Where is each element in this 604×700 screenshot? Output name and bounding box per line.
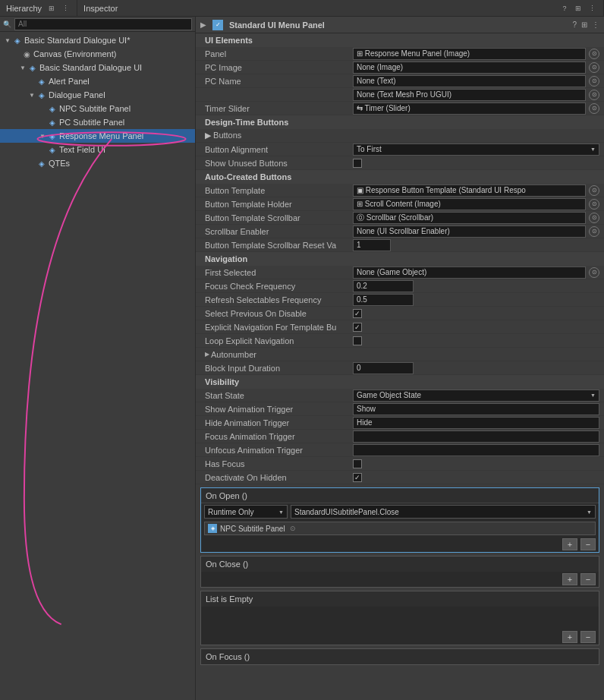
prop-deactivate-hidden: Deactivate On Hidden ✓: [196, 471, 604, 484]
prop-st-field[interactable]: Show: [353, 403, 599, 415]
prop-bi-number[interactable]: 0: [353, 362, 414, 374]
prop-ss-dropdown[interactable]: Game Object State ▼: [353, 389, 599, 402]
on-close-add-button[interactable]: +: [562, 573, 577, 585]
tree-item-npc[interactable]: ◈ NPC Subtitle Panel: [0, 102, 195, 115]
prop-pc-name-label: PC Name: [205, 77, 353, 86]
on-open-runtime-text: Runtime Only: [208, 508, 254, 516]
tree-item-pc[interactable]: ◈ PC Subtitle Panel: [0, 115, 195, 129]
loop-nav-checkbox[interactable]: [353, 336, 362, 345]
tree-item-response-menu[interactable]: ▼ ◈ Response Menu Panel: [0, 129, 195, 143]
on-open-label: On Open (): [206, 491, 247, 500]
obj-target-icon[interactable]: ⊙: [290, 525, 296, 532]
tree-item-canvas[interactable]: ◉ Canvas (Environment): [0, 47, 195, 61]
on-open-add-row: + −: [201, 537, 599, 552]
prop-pc-name2-field[interactable]: None (Text Mesh Pro UGUI): [353, 89, 586, 101]
list-empty-add-button[interactable]: +: [562, 631, 577, 643]
help-icon[interactable]: ?: [572, 20, 577, 29]
tree-item-dialogue[interactable]: ▼ ◈ Dialogue Panel: [0, 88, 195, 102]
tree-icon-pc: ◈: [47, 117, 58, 128]
prop-show-unused-value: [353, 159, 599, 168]
inspector-tab[interactable]: Inspector ? ⊞ ⋮: [77, 0, 604, 16]
deactivate-hidden-checkbox[interactable]: ✓: [353, 473, 362, 482]
component-header: ▶ ✓ Standard UI Menu Panel ? ⊞ ⋮: [196, 17, 604, 33]
prop-ft-field[interactable]: [353, 430, 599, 443]
settings-icon[interactable]: ⊞: [581, 20, 587, 29]
on-open-add-button[interactable]: +: [562, 538, 577, 550]
has-focus-checkbox[interactable]: [353, 459, 362, 468]
prop-bt-circle[interactable]: ⊙: [589, 185, 599, 196]
select-prev-checkbox[interactable]: ✓: [353, 309, 362, 318]
tree-item-root[interactable]: ▼ ◈ Basic Standard Dialogue UI*: [0, 33, 195, 47]
on-open-remove-button[interactable]: −: [580, 538, 596, 550]
prop-ht-field[interactable]: Hide: [353, 417, 599, 429]
prop-an-label: Autonumber: [211, 350, 256, 359]
tree-label-response: Response Menu Panel: [59, 131, 143, 140]
tree-item-alert[interactable]: ◈ Alert Panel: [0, 74, 195, 88]
list-empty-add-row: + −: [201, 629, 599, 645]
prop-uft-field[interactable]: [353, 444, 599, 456]
prop-autonumber[interactable]: ▶ Autonumber: [196, 348, 604, 361]
inspector-lock-icon[interactable]: ?: [559, 3, 570, 14]
tree-icon-dialogue: ◈: [36, 90, 47, 100]
on-open-object-text: NPC Subtitle Panel: [220, 525, 285, 533]
inspector-layer-icon[interactable]: ⊞: [573, 3, 584, 14]
inspector-title: Inspector: [83, 4, 118, 13]
prop-pc-image-circle[interactable]: ⊙: [589, 62, 599, 73]
prop-ff-value: 0.2: [353, 280, 599, 292]
prop-pc-name-field[interactable]: None (Text): [353, 75, 586, 87]
tree-icon-alert: ◈: [36, 76, 47, 87]
prop-timer-circle[interactable]: ⊙: [589, 103, 599, 114]
explicit-nav-checkbox[interactable]: ✓: [353, 323, 362, 332]
prop-panel-circle[interactable]: ⊙: [589, 49, 599, 59]
ui-elements-label: UI Elements: [205, 36, 253, 45]
on-open-function-dropdown[interactable]: StandardUISubtitlePanel.Close ▼: [291, 505, 596, 519]
prop-se-circle[interactable]: ⊙: [589, 226, 599, 237]
hierarchy-panel: 🔍 ▼ ◈ Basic Standard Dialogue UI* ◉ Canv…: [0, 17, 196, 700]
prop-ff-number[interactable]: 0.2: [353, 280, 414, 292]
prop-pc-image-field[interactable]: None (Image): [353, 61, 586, 74]
prop-bth-circle[interactable]: ⊙: [589, 199, 599, 210]
tree-icon-response: ◈: [47, 131, 58, 141]
prop-rf-number[interactable]: 0.5: [353, 294, 414, 306]
autonumber-arrow[interactable]: ▶: [205, 351, 209, 358]
tree-arrow-bsdu: ▼: [18, 63, 27, 72]
prop-uft-label: Unfocus Animation Trigger: [205, 446, 353, 455]
tree-label-canvas: Canvas (Environment): [33, 49, 116, 58]
prop-pc-name2-circle[interactable]: ⊙: [589, 90, 599, 100]
prop-timer-field[interactable]: ⇆ Timer (Slider): [353, 102, 586, 115]
tree-item-textfield[interactable]: ◈ Text Field UI: [0, 143, 195, 156]
prop-first-selected: First Selected None (Game Object) ⊙: [196, 266, 604, 279]
tree-item-qtes[interactable]: ◈ QTEs: [0, 156, 195, 170]
hierarchy-tab[interactable]: Hierarchy ⊞ ⋮: [0, 0, 77, 16]
component-expand-icon[interactable]: ▶: [200, 20, 206, 29]
hierarchy-lock-icon[interactable]: ⊞: [46, 3, 57, 14]
prop-pc-name-circle[interactable]: ⊙: [589, 76, 599, 87]
on-open-object-field[interactable]: ◈ NPC Subtitle Panel ⊙: [204, 522, 596, 535]
search-icon: 🔍: [3, 20, 11, 28]
on-close-add-row: + −: [201, 572, 599, 587]
inspector-menu-icon[interactable]: ⋮: [587, 3, 597, 14]
prop-ht-text: Hide: [357, 418, 373, 427]
prop-alignment-dropdown[interactable]: To First ▼: [353, 143, 599, 156]
prop-fs-field[interactable]: None (Game Object): [353, 266, 586, 279]
list-empty-remove-button[interactable]: −: [580, 631, 596, 643]
prop-bth-field[interactable]: ⊞ Scroll Content (Image): [353, 198, 586, 210]
on-open-event-row: Runtime Only ▼ StandardUISubtitlePanel.C…: [201, 503, 599, 520]
search-input[interactable]: [14, 18, 192, 30]
prop-sr-number[interactable]: 1: [353, 239, 391, 251]
prop-alignment-text: To First: [357, 145, 382, 153]
prop-bs-circle[interactable]: ⊙: [589, 213, 599, 223]
more-icon[interactable]: ⋮: [592, 20, 599, 29]
hierarchy-menu-icon[interactable]: ⋮: [60, 3, 71, 14]
auto-created-label: Auto-Created Buttons: [205, 172, 291, 181]
tree-item-bsdu[interactable]: ▼ ◈ Basic Standard Dialogue UI: [0, 61, 195, 74]
prop-bs-field[interactable]: ⓪ Scrollbar (Scrollbar): [353, 212, 586, 224]
on-open-runtime-dropdown[interactable]: Runtime Only ▼: [204, 505, 288, 519]
prop-se-field[interactable]: None (UI Scrollbar Enabler): [353, 225, 586, 238]
tree-icon-qtes: ◈: [36, 158, 47, 169]
prop-fs-circle[interactable]: ⊙: [589, 267, 599, 278]
prop-panel-field[interactable]: ⊞ Response Menu Panel (Image): [353, 48, 586, 60]
prop-bt-field[interactable]: ▣ Response Button Template (Standard UI …: [353, 184, 586, 197]
on-close-remove-button[interactable]: −: [580, 573, 596, 585]
show-unused-checkbox[interactable]: [353, 159, 362, 168]
